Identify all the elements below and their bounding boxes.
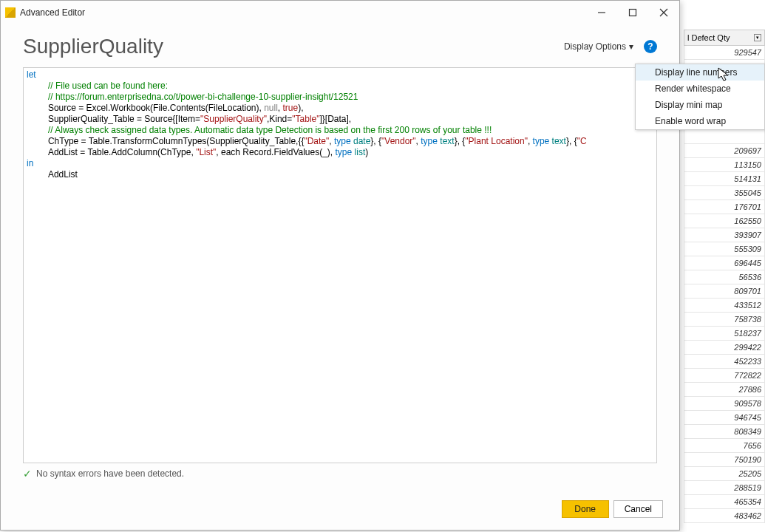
- query-name: SupplierQuality: [23, 35, 564, 58]
- table-row[interactable]: 433512: [684, 299, 765, 313]
- table-row[interactable]: 452233: [684, 355, 765, 369]
- code-editor[interactable]: let // File used can be found here: // h…: [23, 67, 657, 463]
- column-filter-icon[interactable]: ▾: [754, 34, 761, 41]
- table-row[interactable]: 176701: [684, 200, 765, 214]
- syntax-status: ✓ No syntax errors have been detected.: [23, 468, 657, 480]
- display-options-label: Display Options: [564, 41, 626, 52]
- menu-display-line-numbers[interactable]: Display line numbers: [636, 64, 764, 81]
- close-button[interactable]: [648, 2, 679, 23]
- maximize-button[interactable]: [617, 2, 648, 23]
- table-row[interactable]: 696445: [684, 256, 765, 270]
- minimize-button[interactable]: [586, 2, 617, 23]
- done-button[interactable]: Done: [562, 500, 609, 518]
- table-row[interactable]: 162550: [684, 214, 765, 228]
- table-row[interactable]: 946745: [684, 411, 765, 425]
- titlebar: Advanced Editor: [1, 1, 679, 24]
- cancel-button[interactable]: Cancel: [613, 500, 663, 518]
- table-row[interactable]: 113150: [684, 158, 765, 172]
- check-icon: ✓: [23, 468, 32, 480]
- table-row[interactable]: 758738: [684, 313, 765, 327]
- table-row[interactable]: 555309: [684, 242, 765, 256]
- table-row[interactable]: 299422: [684, 341, 765, 355]
- power-query-icon: [5, 7, 16, 18]
- status-text: No syntax errors have been detected.: [36, 468, 184, 479]
- table-row[interactable]: 808349: [684, 425, 765, 439]
- table-row[interactable]: 209697: [684, 144, 765, 158]
- table-row[interactable]: 514131: [684, 172, 765, 186]
- advanced-editor-window: Advanced Editor SupplierQuality Display …: [0, 0, 680, 531]
- table-row[interactable]: 518237: [684, 327, 765, 341]
- table-row[interactable]: 772822: [684, 369, 765, 383]
- table-row[interactable]: 25205: [684, 467, 765, 481]
- menu-render-whitespace[interactable]: Render whitespace: [636, 81, 764, 97]
- editor-header: SupplierQuality Display Options ▾ ?: [1, 24, 679, 63]
- table-row[interactable]: 7656: [684, 439, 765, 453]
- svg-rect-1: [630, 10, 636, 16]
- table-row[interactable]: 56536: [684, 270, 765, 284]
- menu-enable-word-wrap[interactable]: Enable word wrap: [636, 113, 764, 129]
- table-row[interactable]: 288519: [684, 481, 765, 495]
- window-title: Advanced Editor: [20, 7, 586, 18]
- dialog-footer: Done Cancel: [562, 500, 663, 518]
- table-row[interactable]: 27886: [684, 383, 765, 397]
- column-header-defect-qty[interactable]: l Defect Qty ▾: [684, 30, 765, 46]
- help-icon[interactable]: ?: [644, 40, 657, 53]
- table-row[interactable]: 909578: [684, 397, 765, 411]
- table-row[interactable]: 929547: [684, 46, 765, 60]
- table-row[interactable]: 465354: [684, 495, 765, 509]
- table-row[interactable]: 355045: [684, 186, 765, 200]
- menu-display-mini-map[interactable]: Display mini map: [636, 97, 764, 113]
- column-header-label: l Defect Qty: [687, 33, 730, 42]
- display-options-dropdown[interactable]: Display Options ▾: [564, 41, 633, 52]
- table-row[interactable]: 483462: [684, 509, 765, 523]
- table-row[interactable]: [684, 130, 765, 144]
- table-row[interactable]: 393907: [684, 228, 765, 242]
- chevron-down-icon: ▾: [629, 41, 633, 52]
- table-row[interactable]: 809701: [684, 284, 765, 299]
- display-options-menu: Display line numbers Render whitespace D…: [635, 64, 765, 130]
- table-row[interactable]: 750190: [684, 453, 765, 467]
- code-content: let // File used can be found here: // h…: [24, 68, 656, 182]
